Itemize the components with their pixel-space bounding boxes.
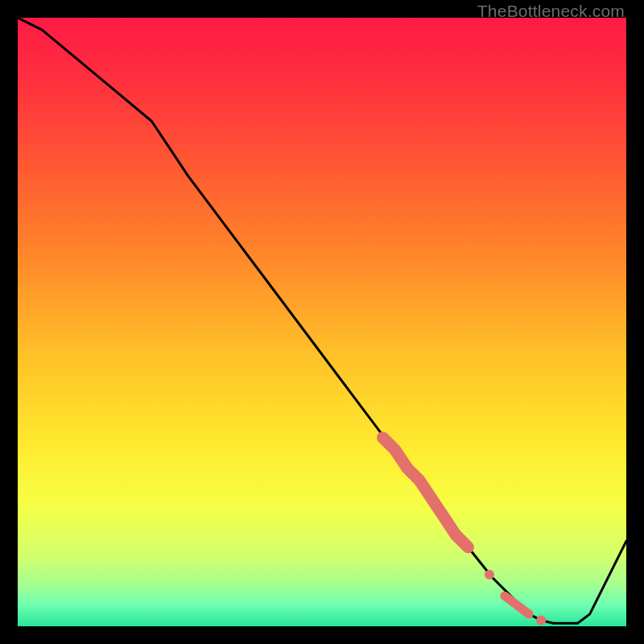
dot-b — [536, 615, 546, 625]
bottleneck-chart — [18, 18, 626, 626]
gradient-background — [18, 18, 626, 626]
watermark-label: TheBottleneck.com — [477, 2, 625, 21]
dot-a — [485, 570, 494, 580]
chart-frame — [18, 18, 626, 626]
